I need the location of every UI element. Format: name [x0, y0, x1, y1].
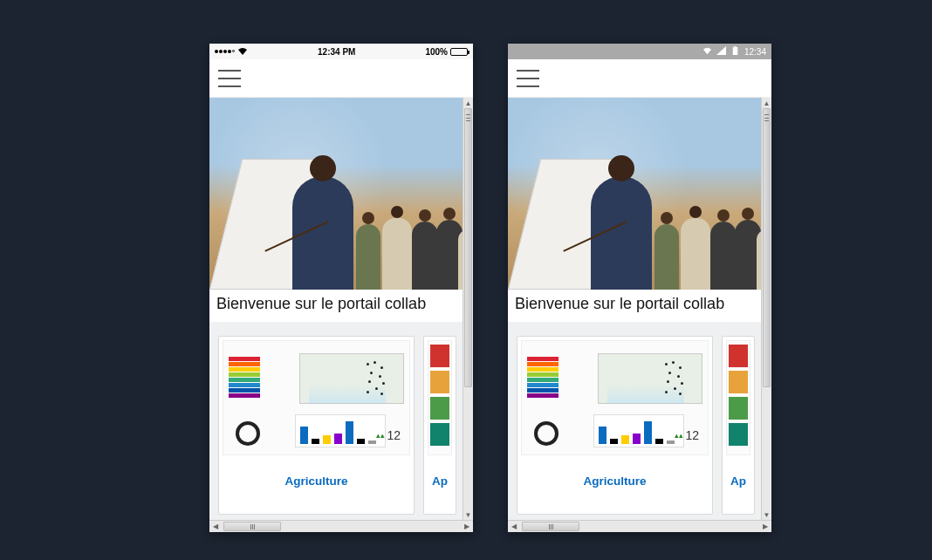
scroll-thumb[interactable] [763, 108, 771, 387]
thumb-bars [295, 414, 386, 447]
horizontal-scrollbar[interactable]: ◀ ▶ [508, 520, 771, 532]
card-title-partial[interactable]: Ap [432, 475, 448, 488]
scroll-up-arrow[interactable]: ▲ [463, 98, 473, 108]
thumb-legend [527, 357, 559, 398]
card-title-partial[interactable]: Ap [730, 475, 746, 488]
trend-up-icon: ▴▴ [376, 431, 385, 440]
cards-carousel[interactable]: ▴▴ 12 Agriculture [508, 322, 761, 520]
thumb-number: ▴▴ 12 [376, 428, 401, 442]
card-partial[interactable]: Ap [423, 336, 456, 515]
thumb-donut [236, 421, 260, 446]
card-thumb: ▴▴ 12 [521, 340, 709, 455]
menu-icon[interactable] [517, 70, 539, 87]
cards-carousel[interactable]: ▴▴ 12 Agriculture [209, 322, 463, 520]
thumb-map [299, 353, 404, 404]
content-viewport[interactable]: Bienvenue sur le portail collab [209, 98, 463, 520]
scroll-down-arrow[interactable]: ▼ [463, 509, 473, 520]
svg-rect-0 [733, 47, 738, 55]
thumb-donut [534, 421, 559, 446]
hscroll-thumb[interactable] [223, 522, 281, 531]
content-viewport[interactable]: Bienvenue sur le portail collab [508, 98, 761, 520]
status-time: 12:34 PM [318, 47, 355, 57]
signal-icon [716, 46, 726, 57]
hero-image [508, 98, 761, 290]
card-agriculture[interactable]: ▴▴ 12 Agriculture [517, 336, 713, 515]
status-time: 12:34 [744, 47, 766, 57]
signal-dots-icon [215, 50, 235, 53]
vertical-scrollbar[interactable]: ▲ ▼ [463, 98, 473, 520]
battery-percent: 100% [425, 47, 448, 57]
card-title[interactable]: Agriculture [583, 475, 646, 488]
scroll-thumb[interactable] [464, 108, 472, 387]
thumb-number: ▴▴ 12 [675, 428, 699, 442]
hero-image [209, 98, 463, 290]
thumb-map [598, 353, 702, 404]
android-status-bar: 12:34 [508, 44, 771, 59]
menu-icon[interactable] [218, 70, 241, 87]
card-title[interactable]: Agriculture [284, 475, 347, 488]
scroll-left-arrow[interactable]: ◀ [508, 522, 520, 530]
ios-status-bar: 12:34 PM 100% [209, 44, 473, 59]
svg-rect-1 [734, 46, 736, 47]
app-header [209, 59, 473, 98]
vertical-scrollbar[interactable]: ▲ ▼ [761, 98, 771, 520]
thumb-bars [593, 414, 684, 447]
sdg-tiles [430, 345, 449, 446]
android-phone-frame: 12:34 [508, 44, 771, 532]
welcome-heading: Bienvenue sur le portail collab [209, 290, 463, 322]
card-partial[interactable]: Ap [722, 336, 755, 515]
horizontal-scrollbar[interactable]: ◀ ▶ [209, 520, 473, 532]
scroll-left-arrow[interactable]: ◀ [209, 522, 222, 530]
sdg-tiles [729, 345, 748, 446]
thumb-legend [229, 357, 260, 398]
battery-icon [730, 46, 740, 57]
ios-phone-frame: 12:34 PM 100% [209, 44, 473, 532]
wifi-icon [237, 47, 248, 57]
card-thumb: ▴▴ 12 [223, 340, 410, 455]
trend-up-icon: ▴▴ [675, 431, 683, 440]
scroll-right-arrow[interactable]: ▶ [759, 522, 771, 530]
card-agriculture[interactable]: ▴▴ 12 Agriculture [218, 336, 415, 515]
wifi-icon [702, 46, 712, 57]
battery-icon [450, 48, 468, 56]
scroll-right-arrow[interactable]: ▶ [461, 522, 473, 530]
scroll-up-arrow[interactable]: ▲ [762, 98, 771, 108]
hscroll-thumb[interactable] [522, 522, 579, 531]
scroll-down-arrow[interactable]: ▼ [762, 509, 771, 520]
app-header [508, 59, 771, 98]
welcome-heading: Bienvenue sur le portail collab [508, 290, 761, 322]
